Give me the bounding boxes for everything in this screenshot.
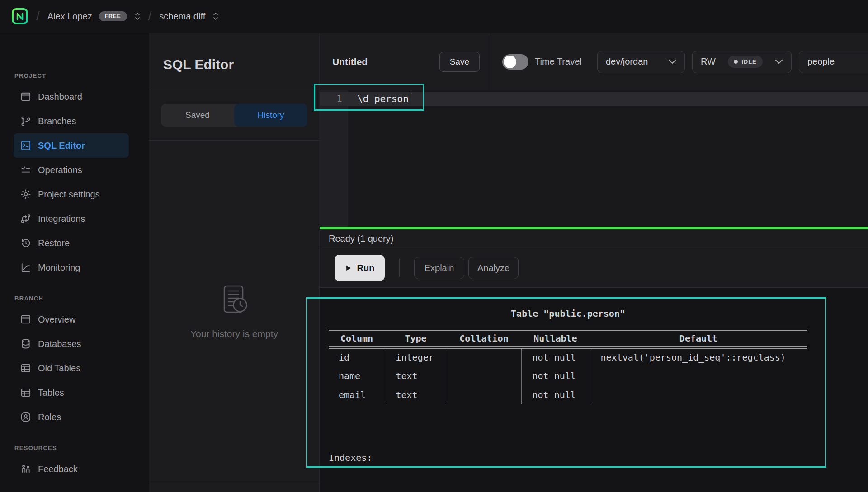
sidebar-item-sql-editor[interactable]: SQL Editor	[14, 133, 129, 158]
chevron-down-icon	[668, 59, 676, 64]
topbar: / Alex Lopez FREE / schema diff	[0, 0, 868, 33]
empty-history-text: Your history is empty	[190, 328, 278, 339]
sidebar-item-monitoring[interactable]: Monitoring	[14, 255, 129, 280]
feedback-icon	[20, 463, 32, 475]
table-icon	[20, 362, 32, 374]
overview-icon	[20, 314, 32, 325]
context-selectors: dev/jordan RW IDLE people	[597, 51, 868, 73]
results-panel: Table "public.person" Column Type Collat…	[320, 288, 868, 492]
result-table: Column Type Collation Nullable Default i…	[329, 328, 807, 404]
editor-gutter	[320, 90, 348, 227]
roles-icon	[20, 411, 32, 423]
tab-history[interactable]: History	[234, 104, 307, 127]
time-travel-group: Time Travel	[491, 54, 582, 70]
breadcrumb-separator: /	[148, 9, 152, 23]
plan-badge: FREE	[99, 11, 127, 22]
restore-icon	[20, 237, 32, 249]
sidebar-item-roles[interactable]: Roles	[14, 405, 129, 429]
sidebar-item-integrations[interactable]: Integrations	[14, 206, 129, 231]
database-select[interactable]: people	[799, 51, 868, 73]
tab-saved[interactable]: Saved	[161, 104, 234, 127]
branches-icon	[20, 115, 32, 127]
settings-icon	[20, 188, 32, 200]
table-icon	[20, 387, 32, 398]
sql-editor-panel: SQL Editor Saved History Your history is…	[149, 33, 320, 492]
editor-toolbar: Untitled Save Time Travel dev/jordan	[320, 33, 868, 90]
history-footer	[149, 483, 319, 492]
column-header: Type	[385, 329, 447, 347]
query-title: Untitled	[332, 56, 368, 67]
project-name[interactable]: schema diff	[159, 11, 205, 22]
time-travel-toggle[interactable]	[502, 54, 528, 70]
query-tab-group: Untitled Save	[320, 52, 491, 72]
save-button[interactable]: Save	[439, 52, 480, 72]
status-text: Ready (1 query)	[329, 234, 393, 244]
query-actions: Run Explain Analyze	[320, 248, 868, 288]
table-row: id integer not null nextval('person_id_s…	[329, 347, 807, 366]
empty-history-icon	[217, 284, 252, 320]
status-bar: Ready (1 query)	[320, 229, 868, 248]
dashboard-icon	[20, 91, 32, 103]
page-title: SQL Editor	[163, 57, 234, 72]
account-name[interactable]: Alex Lopez	[47, 11, 92, 22]
sidebar-item-restore[interactable]: Restore	[14, 231, 129, 255]
chevron-down-icon	[775, 59, 783, 64]
databases-icon	[20, 338, 32, 350]
query-text: \d person	[348, 94, 409, 104]
column-header: Default	[590, 329, 807, 347]
column-header: Column	[329, 329, 385, 347]
time-travel-label: Time Travel	[535, 56, 582, 67]
sidebar-item-operations[interactable]: Operations	[14, 158, 129, 182]
play-icon	[345, 265, 352, 272]
account-switcher-icon[interactable]	[134, 11, 141, 21]
sql-editor-icon	[20, 140, 32, 151]
editor-area: Untitled Save Time Travel dev/jordan	[320, 33, 868, 492]
result-header-row: Column Type Collation Nullable Default	[329, 329, 807, 347]
text-cursor	[410, 93, 410, 105]
explain-button[interactable]: Explain	[414, 257, 464, 279]
sql-code-editor[interactable]: 1 \d person	[320, 90, 868, 227]
analyze-button[interactable]: Analyze	[468, 257, 519, 279]
compute-status-badge: IDLE	[728, 56, 763, 68]
tabs-row: Saved History	[149, 90, 319, 127]
table-row: email text not null	[329, 385, 807, 404]
line-number: 1	[320, 94, 348, 104]
table-row: name text not null	[329, 366, 807, 385]
sidebar-item-old-tables[interactable]: Old Tables	[14, 356, 129, 380]
panel-header: SQL Editor	[149, 33, 319, 90]
main-layout: PROJECT Dashboard Branches SQL Editor	[0, 33, 868, 492]
sidebar-item-branches[interactable]: Branches	[14, 109, 129, 133]
sidebar-item-feedback[interactable]: Feedback	[14, 457, 129, 481]
compute-select[interactable]: RW IDLE	[692, 51, 792, 73]
history-empty-state: Your history is empty	[149, 141, 319, 483]
code-line-1: 1 \d person	[320, 92, 868, 106]
operations-icon	[20, 164, 32, 176]
neon-console: / Alex Lopez FREE / schema diff PROJECT …	[0, 0, 868, 492]
sidebar-item-databases[interactable]: Databases	[14, 332, 129, 356]
run-button[interactable]: Run	[335, 255, 385, 281]
saved-history-tabs: Saved History	[161, 104, 307, 127]
monitoring-icon	[20, 262, 32, 273]
breadcrumb-separator: /	[36, 9, 40, 23]
indexes-label: Indexes:	[329, 449, 868, 467]
sidebar: PROJECT Dashboard Branches SQL Editor	[0, 33, 149, 492]
status-dot	[734, 60, 738, 64]
integrations-icon	[20, 213, 32, 225]
section-label-branch: BRANCH	[14, 295, 149, 302]
sidebar-item-overview[interactable]: Overview	[14, 307, 129, 332]
branch-select[interactable]: dev/jordan	[597, 51, 685, 73]
project-switcher-icon[interactable]	[212, 11, 219, 21]
sidebar-item-dashboard[interactable]: Dashboard	[14, 84, 129, 109]
divider	[399, 259, 400, 277]
result-table-title: Table "public.person"	[329, 308, 807, 319]
section-label-resources: RESOURCES	[14, 445, 149, 451]
column-header: Nullable	[521, 329, 590, 347]
indexes-block: Indexes: "person_pkey" PRIMARY KEY, btre…	[329, 412, 868, 492]
toggle-knob	[504, 56, 516, 68]
column-header: Collation	[447, 329, 521, 347]
neon-logo[interactable]	[11, 8, 28, 25]
section-label-project: PROJECT	[14, 72, 149, 79]
sidebar-item-project-settings[interactable]: Project settings	[14, 182, 129, 206]
sidebar-item-tables[interactable]: Tables	[14, 380, 129, 405]
